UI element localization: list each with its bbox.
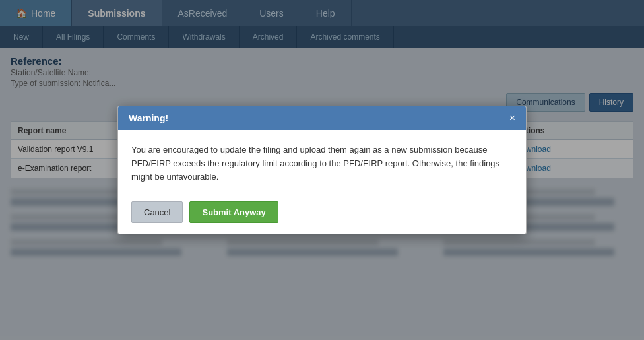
dialog-close-button[interactable]: × — [509, 113, 515, 123]
modal-overlay: Warning! × You are encouraged to update … — [0, 0, 644, 340]
submit-anyway-button[interactable]: Submit Anyway — [189, 201, 278, 223]
dialog-footer: Cancel Submit Anyway — [118, 195, 526, 234]
warning-dialog: Warning! × You are encouraged to update … — [117, 106, 527, 234]
cancel-button[interactable]: Cancel — [131, 201, 183, 223]
dialog-header: Warning! × — [118, 106, 526, 130]
dialog-message: You are encouraged to update the filing … — [131, 143, 513, 184]
dialog-title: Warning! — [129, 113, 168, 123]
dialog-body: You are encouraged to update the filing … — [118, 130, 526, 195]
